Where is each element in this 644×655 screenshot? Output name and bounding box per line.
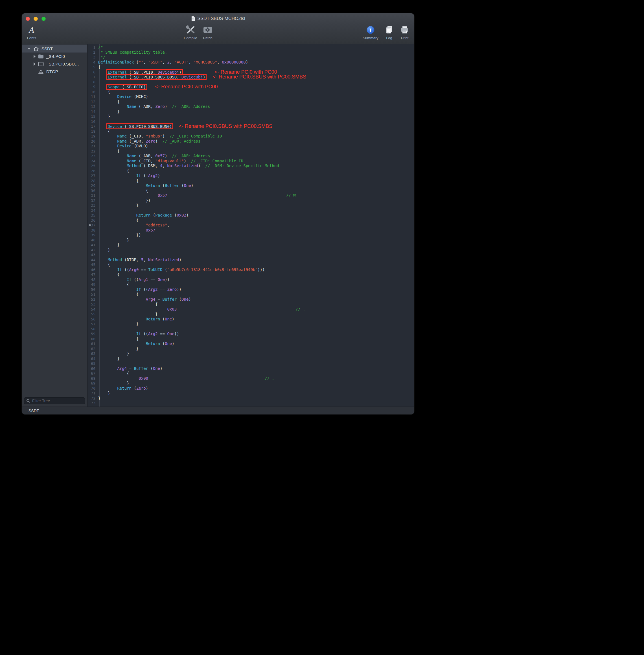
- disclosure-triangle-down-icon[interactable]: [27, 48, 31, 50]
- sidebar-item-label: SSDT: [42, 46, 53, 51]
- line-number: 21: [88, 144, 98, 149]
- gutter-marker-dot: [89, 224, 91, 226]
- line-number: 36: [88, 218, 98, 223]
- code-line: 60 {: [88, 337, 414, 342]
- code-line: 18 {: [88, 129, 414, 134]
- rename-highlight-box: Device (_SB.PCI0.SBUS.BUS0): [108, 124, 172, 129]
- filter-tree-input[interactable]: [31, 398, 83, 403]
- code-line: 49 {: [88, 282, 414, 287]
- print-button[interactable]: Print: [395, 25, 414, 43]
- ssdt-tree: SSDT _SB.PCI0 _SB.PCI0.SBU…: [22, 44, 87, 75]
- code-line: 51 {: [88, 292, 414, 297]
- compile-label: Compile: [184, 36, 197, 40]
- line-number: 46: [88, 267, 98, 272]
- line-number: 24: [88, 159, 98, 164]
- zoom-button[interactable]: [42, 17, 46, 21]
- fonts-label: Fonts: [27, 36, 37, 40]
- sidebar-item-label: DTGP: [46, 69, 58, 74]
- summary-info-icon: i: [366, 26, 375, 34]
- code-line: 54 0x03 // .: [88, 307, 414, 312]
- code-line: 42 }: [88, 248, 414, 253]
- rename-highlight-box: External (_SB_.PCI0, DeviceObj): [108, 70, 181, 74]
- code-line: 1/*: [88, 45, 414, 50]
- titlebar: SSDT-SBUS-MCHC.dsl: [22, 13, 414, 24]
- sidebar-item-dtgp[interactable]: DTGP: [22, 68, 87, 75]
- line-number: 20: [88, 139, 98, 144]
- patch-label: Patch: [203, 36, 212, 40]
- line-number: 62: [88, 346, 98, 352]
- house-icon: [33, 46, 39, 51]
- code-line: 5{: [88, 65, 414, 70]
- line-number: 59: [88, 332, 98, 337]
- code-line: 34: [88, 208, 414, 213]
- line-number: 32: [88, 198, 98, 203]
- line-number: 64: [88, 356, 98, 361]
- code-line: 9 Scope (_SB.PCI0)<- Rename PCI0 with PC…: [88, 85, 414, 90]
- print-label: Print: [401, 36, 409, 40]
- line-number: 58: [88, 326, 98, 332]
- code-line: 71 }: [88, 391, 414, 396]
- line-number: 48: [88, 277, 98, 282]
- line-number: 66: [88, 366, 98, 371]
- compile-button[interactable]: Compile: [181, 25, 200, 43]
- traffic-lights: [26, 13, 46, 24]
- line-number: 30: [88, 188, 98, 194]
- desktop: { "window": { "title": "SSDT-SBUS-MCHC.d…: [0, 0, 644, 655]
- code-line: 63 }: [88, 351, 414, 356]
- line-number: 23: [88, 154, 98, 159]
- disclosure-triangle-right-icon[interactable]: [33, 55, 36, 58]
- code-line: 45 {: [88, 262, 414, 267]
- sidebar-item-sb-pci0-sbus[interactable]: _SB.PCI0.SBU…: [22, 60, 87, 68]
- code-line: 17 Device (_SB.PCI0.SBUS.BUS0)<- Rename …: [88, 124, 414, 129]
- svg-text:i: i: [370, 27, 371, 33]
- sidebar: SSDT _SB.PCI0 _SB.PCI0.SBU…: [22, 44, 88, 407]
- code-line: 13 Name (_ADR, Zero) // _ADR: Address: [88, 104, 414, 109]
- code-line: 25 Method (_DSM, 4, NotSerialized) // _D…: [88, 163, 414, 168]
- fonts-button[interactable]: A Fonts: [22, 25, 42, 43]
- code-line: 39 }): [88, 233, 414, 238]
- window-title-group: SSDT-SBUS-MCHC.dsl: [191, 16, 245, 21]
- line-number: 26: [88, 168, 98, 174]
- line-number: 63: [88, 351, 98, 356]
- line-number: 16: [88, 119, 98, 124]
- code-line: 36 {: [88, 218, 414, 223]
- status-text: SSDT: [28, 408, 39, 413]
- line-number: 7: [88, 74, 98, 80]
- log-label: Log: [386, 36, 392, 40]
- line-number: 67: [88, 371, 98, 376]
- line-number: 43: [88, 252, 98, 257]
- line-number: 5: [88, 65, 98, 70]
- filter-tree-field[interactable]: [24, 397, 85, 404]
- sidebar-item-sb-pci0[interactable]: _SB.PCI0: [22, 52, 87, 60]
- code-line: 41 }: [88, 243, 414, 248]
- patch-button[interactable]: Patch: [198, 25, 217, 43]
- summary-label: Summary: [363, 36, 378, 40]
- code-editor[interactable]: 1/*2 * SMBus compatibility table.3 */4De…: [88, 44, 414, 407]
- line-number: 60: [88, 337, 98, 342]
- line-number: 18: [88, 129, 98, 134]
- device-icon: [38, 62, 44, 67]
- sidebar-item-ssdt[interactable]: SSDT: [22, 45, 87, 52]
- print-icon: [400, 26, 409, 34]
- code-line: 23 Name (_ADR, 0x57) // _ADR: Address: [88, 154, 414, 159]
- close-button[interactable]: [26, 17, 30, 21]
- code-line: 69 }: [88, 381, 414, 386]
- code-line: 26 {: [88, 168, 414, 174]
- code-line: 61 Return (One): [88, 341, 414, 346]
- disclosure-triangle-right-icon[interactable]: [33, 62, 36, 66]
- line-number: 65: [88, 361, 98, 366]
- code-line: 73: [88, 401, 414, 406]
- rename-annotation: <- Rename PCI0.SBUS with PC00.SMBS: [179, 123, 272, 129]
- code-line: 38 0x57: [88, 228, 414, 233]
- line-number: 56: [88, 317, 98, 322]
- summary-button[interactable]: i Summary: [361, 25, 381, 43]
- line-number: 13: [88, 104, 98, 109]
- line-number: 9: [88, 85, 98, 90]
- minimize-button[interactable]: [33, 17, 38, 21]
- rename-highlight-box: Scope (_SB.PCI0): [108, 85, 146, 89]
- log-pages-icon: [385, 25, 393, 35]
- code-line: 64 }: [88, 356, 414, 361]
- code-line: 48 If ((Arg1 == One)): [88, 277, 414, 282]
- code-line: 31 0x57 // W: [88, 193, 414, 198]
- code-line: 3 */: [88, 55, 414, 60]
